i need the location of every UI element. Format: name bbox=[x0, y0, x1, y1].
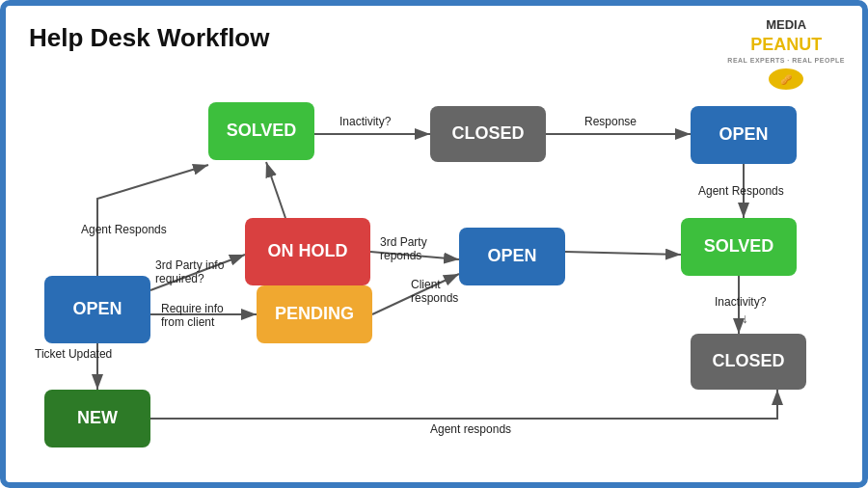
node-open-mid: OPEN bbox=[459, 228, 565, 285]
node-pending: PENDING bbox=[257, 285, 372, 343]
node-on-hold: ON HOLD bbox=[245, 218, 370, 285]
logo-icon: 🥜 bbox=[769, 68, 803, 90]
label-agent-responds-right: Agent Responds bbox=[698, 184, 784, 198]
node-solved-right: SOLVED bbox=[681, 218, 797, 276]
logo: MEDIA PEANUT REAL EXPERTS · REAL PEOPLE … bbox=[727, 17, 845, 90]
node-open-right: OPEN bbox=[691, 106, 797, 164]
label-inactivity-bot: Inactivity? bbox=[715, 295, 766, 309]
label-3rd-party-reponds: 3rd Partyreponds bbox=[380, 235, 427, 262]
label-require-info: Require infofrom client bbox=[161, 302, 224, 329]
label-agent-responds-left: Agent Responds bbox=[81, 223, 167, 236]
node-solved-left: SOLVED bbox=[208, 102, 314, 160]
label-ticket-updated: Ticket Updated bbox=[35, 347, 112, 361]
node-new: NEW bbox=[44, 390, 150, 447]
node-closed-bot: CLOSED bbox=[691, 334, 806, 390]
page-title: Help Desk Workflow bbox=[29, 23, 269, 53]
arrow-inactivity-down: ↓ bbox=[742, 311, 748, 326]
label-response: Response bbox=[584, 115, 637, 128]
label-3rd-party-info: 3rd Party inforequired? bbox=[155, 258, 224, 285]
node-closed-top: CLOSED bbox=[430, 106, 546, 162]
label-client-responds: Clientresponds bbox=[411, 278, 458, 305]
label-agent-responds-bot: Agent responds bbox=[430, 422, 511, 436]
node-open-left: OPEN bbox=[44, 276, 150, 343]
workflow-diagram: Help Desk Workflow MEDIA PEANUT REAL EXP… bbox=[0, 0, 868, 488]
label-inactivity-top: Inactivity? bbox=[339, 115, 391, 128]
